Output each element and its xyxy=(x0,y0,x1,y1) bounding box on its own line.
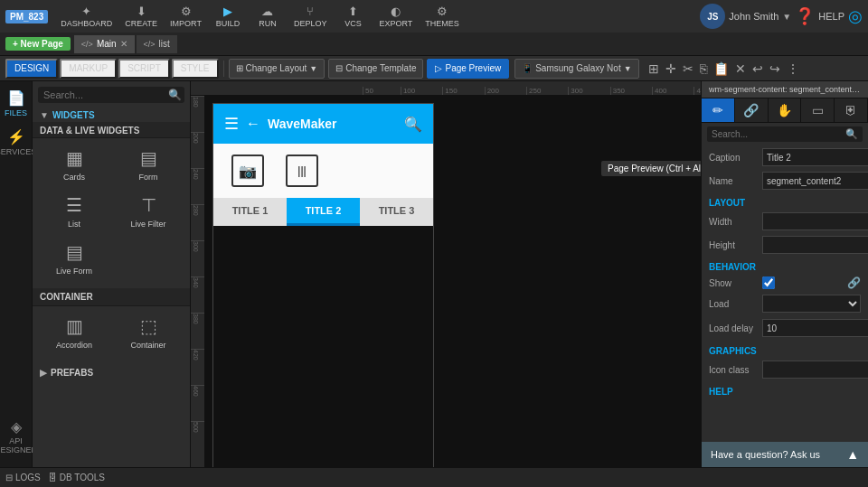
crosshair-icon[interactable]: ✛ xyxy=(664,60,678,78)
copy-icon[interactable]: ⎘ xyxy=(698,60,709,78)
widget-list[interactable]: ☰ List xyxy=(38,189,110,234)
help-icon[interactable]: ❓ xyxy=(795,6,815,26)
phone-tab-3[interactable]: TITLE 3 xyxy=(360,198,433,226)
name-label: Name xyxy=(709,176,759,186)
close-icon[interactable]: ✕ xyxy=(733,60,748,78)
icon-class-input-group: 🔍 xyxy=(762,361,868,379)
new-page-button[interactable]: + New Page xyxy=(5,37,71,51)
widgets-search-bar[interactable]: 🔍 xyxy=(38,87,184,103)
graphics-section-label: GRAPHICS xyxy=(702,341,868,358)
search-icon: 🔍 xyxy=(168,89,182,101)
grid-icon[interactable]: ⊞ xyxy=(646,60,661,78)
show-link-icon[interactable]: 🔗 xyxy=(847,276,861,289)
toolbar-btn-build[interactable]: ⚙IMPORT xyxy=(165,2,207,31)
help-bar[interactable]: Have a question? Ask us ▲ xyxy=(702,442,868,467)
change-template-button[interactable]: ⊟ Change Template xyxy=(328,59,423,79)
top-toolbar: PM_823 ✦DASHBOARD ⬇CREATE ⚙IMPORT ▶BUILD… xyxy=(0,0,868,33)
tab-list[interactable]: </> list xyxy=(137,35,177,53)
icon-class-input[interactable] xyxy=(763,361,868,378)
widgets-panel: 🔍 ▼ WIDGETS DATA & LIVE WIDGETS ▦ Cards … xyxy=(33,81,191,467)
phone-tab-2[interactable]: TITLE 2 xyxy=(287,198,360,226)
db-tools-icon: 🗄 xyxy=(48,473,57,482)
redo-icon[interactable]: ↪ xyxy=(768,60,782,78)
change-layout-button[interactable]: ⊞ Change Layout ▼ xyxy=(229,59,326,79)
app-logo[interactable]: PM_823 xyxy=(5,10,48,23)
prefabs-header[interactable]: ▶ PREFABS xyxy=(33,364,190,381)
container-icon: ⬚ xyxy=(140,315,157,337)
widget-live-form[interactable]: ▤ Live Form xyxy=(38,236,110,281)
help-section-label: HELP xyxy=(702,381,868,398)
user-name: John Smith xyxy=(729,11,778,22)
toolbar-btn-themes[interactable]: ◐EXPORT xyxy=(373,2,418,31)
show-checkbox[interactable] xyxy=(762,276,775,289)
undo-icon[interactable]: ↩ xyxy=(750,60,765,78)
logs-icon: ⊟ xyxy=(5,473,13,482)
phone-header: ☰ ← WaveMaker 🔍 xyxy=(213,104,433,144)
widgets-search-input[interactable] xyxy=(43,89,168,100)
sidebar-icon-files[interactable]: 📄 FILES xyxy=(1,85,32,122)
right-tab-link[interactable]: 🔗 xyxy=(735,98,769,122)
height-input[interactable] xyxy=(762,236,868,254)
device-selector[interactable]: 📱 Samsung Galaxy Not ▼ xyxy=(514,59,638,79)
toolbar-btn-export[interactable]: ⬆VCS xyxy=(334,2,372,31)
toolbar-btn-vcs[interactable]: ⑂DEPLOY xyxy=(288,2,333,31)
sidebar-icon-services[interactable]: ⚡ SERVICES xyxy=(1,124,32,161)
cut-icon[interactable]: ✂ xyxy=(681,60,695,78)
mode-design-button[interactable]: DESIGN xyxy=(5,59,58,79)
search-icon: 🔍 xyxy=(845,128,858,140)
right-search-bar[interactable]: 🔍 xyxy=(707,126,863,142)
canvas-scroll: 180 200 240 280 300 340 380 420 460 500 … xyxy=(191,96,701,467)
name-input[interactable] xyxy=(762,172,868,190)
width-input[interactable] xyxy=(762,212,868,230)
load-delay-value[interactable] xyxy=(762,319,868,337)
right-tab-edit[interactable]: ✏ xyxy=(702,98,735,122)
widget-accordion[interactable]: ▥ Accordion xyxy=(38,310,110,355)
widget-container[interactable]: ⬚ Container xyxy=(112,310,184,355)
barcode-icon-box[interactable]: ||| xyxy=(286,155,318,187)
chevron-down-icon[interactable]: ▼ xyxy=(782,12,791,22)
right-tab-shield[interactable]: ⛨ xyxy=(835,98,868,122)
toolbar-btn-deploy[interactable]: ☁RUN xyxy=(249,2,287,31)
right-search-input[interactable] xyxy=(712,129,845,139)
widget-form[interactable]: ▤ Form xyxy=(112,142,184,187)
widgets-section-header[interactable]: ▼ WIDGETS xyxy=(33,107,190,122)
toolbar-btn-create[interactable]: ✦DASHBOARD xyxy=(55,2,118,31)
right-tab-tablet[interactable]: ▭ xyxy=(801,98,835,122)
wavemaker-logo-icon: ◎ xyxy=(848,6,863,26)
load-label: Load xyxy=(709,299,759,309)
right-tab-hand[interactable]: ✋ xyxy=(769,98,802,122)
widget-cards[interactable]: ▦ Cards xyxy=(38,142,110,187)
tab-main-close-icon[interactable]: ✕ xyxy=(120,39,127,49)
toolbar-btn-run[interactable]: ▶BUILD xyxy=(209,2,247,31)
caption-row: Caption 🔗 xyxy=(702,145,868,169)
logs-button[interactable]: ⊟ LOGS xyxy=(5,473,41,482)
more-icon[interactable]: ⋮ xyxy=(785,60,801,78)
load-delay-input: ▲ ▼ xyxy=(762,318,868,338)
mode-style-button[interactable]: STYLE xyxy=(172,59,219,79)
tab-list-code-icon: </> xyxy=(144,40,156,49)
page-preview-tooltip: Page Preview (Ctrl + Alt + P) xyxy=(601,161,701,176)
camera-icon-box[interactable]: 📷 xyxy=(231,155,264,187)
caption-input[interactable] xyxy=(762,148,868,166)
load-delay-label: Load delay xyxy=(709,323,759,333)
back-icon[interactable]: ← xyxy=(246,116,260,132)
search-icon[interactable]: 🔍 xyxy=(404,116,422,133)
mode-markup-button[interactable]: MARKUP xyxy=(60,59,117,79)
right-icon-tabs: ✏ 🔗 ✋ ▭ ⛨ xyxy=(702,98,868,123)
db-tools-button[interactable]: 🗄 DB TOOLS xyxy=(48,473,105,482)
chevron-down-icon: ▼ xyxy=(40,110,49,120)
load-select[interactable] xyxy=(762,295,861,313)
mode-script-button[interactable]: SCRIPT xyxy=(118,59,170,79)
user-avatar: JS xyxy=(700,4,725,29)
paste-icon[interactable]: 📋 xyxy=(712,60,731,78)
toolbar-btn-import[interactable]: ⬇CREATE xyxy=(119,2,163,31)
tab-main[interactable]: </> Main ✕ xyxy=(74,35,135,53)
menu-icon[interactable]: ☰ xyxy=(224,114,239,134)
widget-live-filter[interactable]: ⊤ Live Filter xyxy=(112,189,184,234)
page-preview-button[interactable]: ▷ Page Preview xyxy=(427,59,509,79)
preview-icon: ▷ xyxy=(435,63,442,73)
toolbar-btn-settings[interactable]: ⚙THEMES xyxy=(420,2,465,31)
ruler-horizontal: 50 100 150 200 250 300 350 400 450 500 5… xyxy=(191,81,701,96)
phone-tab-1[interactable]: TITLE 1 xyxy=(213,198,287,226)
sidebar-icon-api-designer[interactable]: ◈ APIDESIGNER xyxy=(1,414,32,460)
